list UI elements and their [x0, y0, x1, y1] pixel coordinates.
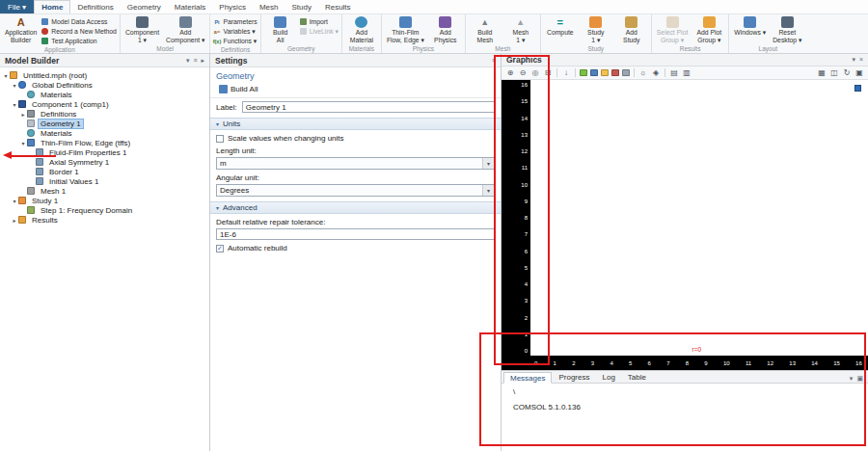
application-builder-button[interactable]: A Application Builder	[3, 15, 39, 43]
scale-values-checkbox[interactable]	[216, 135, 224, 143]
repair-tolerance-input[interactable]: 1E-6	[216, 228, 495, 240]
zoom-extents-icon[interactable]: ◎	[530, 68, 540, 77]
build-all-button[interactable]: Build All	[216, 84, 260, 94]
graphics-close-icon[interactable]: ×	[859, 56, 863, 64]
study-1-button[interactable]: Study 1 ▾	[580, 15, 612, 43]
reset-view-icon[interactable]: ↻	[842, 68, 852, 77]
record-new-method-button[interactable]: Record a New Method	[41, 27, 117, 36]
tree-item-component-materials[interactable]: Materials	[0, 128, 209, 138]
graphics-canvas[interactable]: 161514131211109876543210 012345678910111…	[502, 80, 868, 370]
selection-color-icon[interactable]	[611, 69, 619, 76]
expander-icon[interactable]: ▾	[2, 72, 10, 79]
units-section-header[interactable]: ▾ Units	[210, 118, 501, 130]
tree-item-step-1[interactable]: Step 1: Frequency Domain	[0, 205, 209, 215]
wireframe-rendering-icon[interactable]	[580, 69, 587, 76]
tab-definitions[interactable]: Definitions	[70, 0, 120, 13]
model-builder-menu-icon[interactable]: ≡	[193, 57, 197, 65]
import-button[interactable]: Import	[300, 17, 339, 26]
model-data-access-button[interactable]: Model Data Access	[41, 17, 117, 26]
tab-messages[interactable]: Messages	[503, 372, 552, 384]
tab-physics[interactable]: Physics	[212, 0, 253, 13]
surface-rendering-icon[interactable]	[590, 69, 598, 76]
tab-results[interactable]: Results	[318, 0, 358, 13]
tab-table[interactable]: Table	[622, 371, 652, 383]
chevron-down-icon[interactable]: ▾	[482, 185, 494, 196]
split-view-icon[interactable]: ◫	[829, 68, 839, 77]
tab-materials[interactable]: Materials	[168, 0, 212, 13]
tree-item-initial-values[interactable]: Initial Values 1	[0, 176, 209, 186]
show-grid-icon[interactable]: ▦	[817, 68, 827, 77]
expander-icon[interactable]: ▸	[19, 111, 27, 118]
test-application-button[interactable]: Test Application	[41, 37, 117, 45]
expander-icon[interactable]: ▸	[11, 217, 18, 224]
tab-geometry[interactable]: Geometry	[121, 0, 168, 13]
model-builder-collapse-icon[interactable]: ▸	[201, 57, 204, 65]
add-plot-group-button[interactable]: Add Plot Group ▾	[692, 15, 725, 43]
select-plot-group-button[interactable]: Select Plot Group ▾	[655, 15, 691, 43]
tree-item-global-materials[interactable]: Materials	[0, 90, 209, 99]
settings-menu-icon[interactable]: ≡	[492, 57, 496, 64]
tree-item-axial-symmetry[interactable]: Axial Symmetry 1	[0, 157, 209, 167]
expander-icon[interactable]: ▾	[11, 82, 18, 89]
view-settings-icon[interactable]	[622, 69, 630, 76]
chevron-down-icon[interactable]: ▾	[482, 158, 494, 169]
label-input[interactable]: Geometry 1	[242, 101, 495, 113]
tree-item-thin-film-flow[interactable]: ▾ Thin-Film Flow, Edge (tffs)	[0, 138, 209, 147]
length-unit-select[interactable]: m ▾	[216, 157, 495, 170]
expander-icon[interactable]: ▾	[19, 140, 27, 146]
messages-detach-icon[interactable]: ▣	[856, 375, 863, 383]
expander-icon[interactable]: ▾	[11, 101, 18, 108]
scene-light-icon[interactable]: ☼	[638, 68, 648, 77]
tab-home[interactable]: Home	[34, 0, 70, 13]
mesh-1-button[interactable]: ▲ Mesh 1 ▾	[504, 15, 537, 43]
snapshot-icon[interactable]: ▣	[854, 68, 864, 77]
tree-item-definitions[interactable]: ▸ Definitions	[0, 109, 209, 119]
model-builder-filter-icon[interactable]: ▾	[186, 57, 190, 65]
tree-item-component-1[interactable]: ▾ Component 1 (comp1)	[0, 99, 209, 109]
go-to-default-view-icon[interactable]: ↓	[561, 68, 571, 77]
file-menu-button[interactable]: File ▾	[0, 0, 34, 13]
add-material-button[interactable]: Add Material	[345, 15, 378, 43]
tree-item-results[interactable]: ▸ Results	[0, 215, 209, 225]
functions-button[interactable]: f(x) Functions ▾	[213, 37, 257, 45]
variables-button[interactable]: a= Variables ▾	[213, 27, 257, 36]
tree-item-study-1[interactable]: ▾ Study 1	[0, 196, 209, 205]
zoom-box-icon[interactable]: ⊞	[543, 68, 553, 77]
advanced-section-header[interactable]: ▾ Advanced	[210, 201, 501, 214]
add-physics-button[interactable]: Add Physics	[429, 15, 462, 43]
scale-values-checkbox-row[interactable]: Scale values when changing units	[216, 134, 495, 143]
livelink-button[interactable]: LiveLink ▾	[300, 27, 339, 36]
print-icon[interactable]: ▥	[682, 68, 692, 77]
zoom-in-icon[interactable]: ⊕	[505, 68, 515, 77]
tree-item-root[interactable]: ▾ Untitled.mph (root)	[0, 70, 209, 80]
reset-desktop-button[interactable]: Reset Desktop ▾	[771, 15, 803, 43]
transparency-icon[interactable]: ◈	[651, 68, 661, 77]
angular-unit-select[interactable]: Degrees ▾	[216, 184, 495, 197]
parameters-button[interactable]: Pi Parameters	[213, 17, 257, 26]
component-1-button[interactable]: Component 1 ▾	[123, 15, 161, 43]
compute-button[interactable]: = Compute	[544, 15, 577, 37]
material-color-icon[interactable]	[601, 69, 609, 76]
tree-item-geometry-1[interactable]: Geometry 1	[0, 119, 209, 128]
messages-menu-icon[interactable]: ▾	[850, 375, 854, 383]
graphics-menu-icon[interactable]: ▾	[852, 56, 855, 64]
build-all-ribbon-button[interactable]: Build All	[264, 15, 297, 43]
automatic-rebuild-checkbox-row[interactable]: ✓ Automatic rebuild	[216, 244, 495, 252]
tab-progress[interactable]: Progress	[553, 371, 595, 383]
zoom-out-icon[interactable]: ⊖	[518, 68, 528, 77]
image-export-icon[interactable]: ▤	[669, 68, 679, 77]
automatic-rebuild-checkbox[interactable]: ✓	[216, 245, 224, 252]
tree-item-mesh-1[interactable]: Mesh 1	[0, 186, 209, 196]
thin-film-flow-button[interactable]: Thin-Film Flow, Edge ▾	[385, 15, 426, 43]
tree-item-border[interactable]: Border 1	[0, 167, 209, 176]
tab-study[interactable]: Study	[285, 0, 317, 13]
add-component-button[interactable]: Add Component ▾	[164, 15, 206, 43]
windows-button[interactable]: Windows ▾	[732, 15, 768, 37]
tab-log[interactable]: Log	[596, 371, 620, 383]
tree-item-fluid-film-properties[interactable]: Fluid-Film Properties 1	[0, 147, 209, 157]
expander-icon[interactable]: ▾	[11, 198, 18, 204]
tab-mesh[interactable]: Mesh	[253, 0, 285, 13]
view-cube-icon[interactable]	[854, 85, 861, 92]
add-study-button[interactable]: Add Study	[615, 15, 648, 43]
tree-item-global-definitions[interactable]: ▾ Global Definitions	[0, 80, 209, 90]
